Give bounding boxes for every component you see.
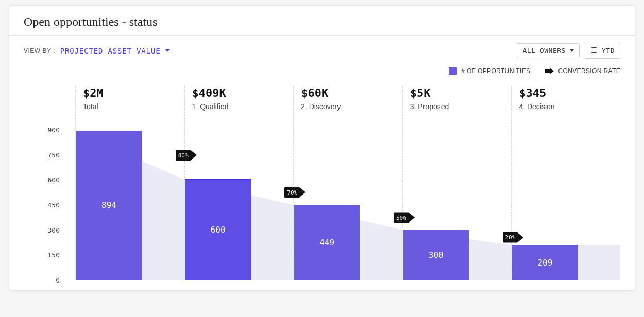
conversion-value: 50% bbox=[394, 212, 409, 223]
period-filter[interactable]: YTD bbox=[585, 43, 620, 59]
arrow-right-icon bbox=[191, 151, 197, 160]
conversion-value: 80% bbox=[176, 150, 191, 161]
stage-amount: $60K bbox=[301, 86, 402, 99]
stage-cell: 30020% bbox=[402, 130, 512, 280]
conversion-badge: 70% bbox=[284, 187, 306, 198]
conversion-badge: 20% bbox=[503, 232, 524, 243]
conversion-value: 70% bbox=[284, 187, 300, 198]
stage-divider bbox=[75, 86, 76, 280]
stage-name: 4. Decision bbox=[519, 102, 620, 111]
bar-value: 209 bbox=[537, 258, 552, 268]
stage-header: $5K3. Proposed bbox=[402, 86, 512, 111]
owners-filter[interactable]: ALL OWNERS bbox=[517, 43, 579, 58]
bar-value: 600 bbox=[211, 225, 226, 235]
y-tick: 150 bbox=[48, 251, 60, 259]
stage-header: $2MTotal bbox=[75, 86, 184, 111]
stage-header: $60K2. Discovery bbox=[293, 86, 402, 111]
legend-label: # OF OPPORTUNITIES bbox=[461, 67, 530, 75]
y-tick: 750 bbox=[48, 151, 60, 158]
stage-name: Total bbox=[83, 102, 184, 111]
svg-rect-4 bbox=[545, 69, 550, 73]
stage-divider bbox=[184, 86, 185, 280]
y-tick: 450 bbox=[48, 201, 60, 209]
calendar-icon bbox=[590, 46, 598, 55]
y-tick: 900 bbox=[48, 126, 60, 134]
y-tick: 300 bbox=[48, 226, 60, 234]
y-tick: 600 bbox=[48, 176, 60, 184]
svg-marker-5 bbox=[550, 68, 554, 74]
chevron-down-icon bbox=[165, 49, 170, 52]
opportunities-card: Open opportunities - status VIEW BY : PR… bbox=[9, 5, 635, 291]
stage-amount: $5K bbox=[410, 86, 512, 99]
period-filter-label: YTD bbox=[602, 47, 615, 55]
svg-rect-0 bbox=[591, 48, 597, 53]
viewby-select[interactable]: PROJECTED ASSET VALUE bbox=[60, 47, 170, 55]
bar-value: 300 bbox=[429, 250, 444, 260]
legend: # OF OPPORTUNITIES CONVERSION RATE bbox=[9, 59, 635, 75]
bar[interactable]: 300 bbox=[403, 230, 469, 280]
toolbar: VIEW BY : PROJECTED ASSET VALUE ALL OWNE… bbox=[9, 36, 635, 59]
funnel-chart: $2MTotal$409K1. Qualified$60K2. Discover… bbox=[24, 86, 620, 280]
conversion-badge: 80% bbox=[176, 150, 197, 161]
legend-swatch-icon bbox=[449, 67, 457, 75]
legend-item-opportunities: # OF OPPORTUNITIES bbox=[449, 67, 530, 75]
arrow-right-icon bbox=[409, 213, 415, 222]
viewby-value: PROJECTED ASSET VALUE bbox=[60, 47, 161, 55]
bar[interactable]: 209 bbox=[512, 245, 578, 280]
stage-amount: $345 bbox=[519, 86, 620, 99]
conversion-badge: 50% bbox=[394, 212, 415, 223]
stage-name: 1. Qualified bbox=[192, 102, 294, 111]
legend-item-conversion: CONVERSION RATE bbox=[545, 67, 620, 75]
arrow-right-icon bbox=[518, 233, 523, 242]
stage-divider bbox=[402, 86, 403, 280]
stage-amount: $2M bbox=[83, 86, 184, 99]
stage-cell: 89480% bbox=[75, 130, 184, 280]
y-axis: 0150300450600750900 bbox=[24, 130, 75, 280]
stage-header: $3454. Decision bbox=[511, 86, 620, 111]
arrow-right-icon bbox=[300, 188, 306, 197]
legend-label: CONVERSION RATE bbox=[558, 67, 620, 75]
stage-cell: 44950% bbox=[293, 130, 402, 280]
bar[interactable]: 894 bbox=[76, 131, 142, 280]
bar[interactable]: 449 bbox=[294, 205, 360, 280]
owners-filter-label: ALL OWNERS bbox=[522, 47, 565, 55]
bar-value: 449 bbox=[319, 238, 334, 248]
stage-name: 3. Proposed bbox=[410, 102, 512, 111]
y-tick: 0 bbox=[56, 276, 60, 284]
viewby-label: VIEW BY : bbox=[24, 47, 55, 55]
stage-cell: 209 bbox=[511, 130, 620, 280]
stage-divider bbox=[511, 86, 512, 280]
page-title: Open opportunities - status bbox=[9, 6, 635, 36]
conversion-value: 20% bbox=[503, 232, 518, 243]
stage-divider bbox=[293, 86, 294, 280]
stage-name: 2. Discovery bbox=[301, 102, 402, 111]
chevron-down-icon bbox=[570, 49, 574, 52]
stage-cell: 60070% bbox=[184, 130, 294, 280]
plot-area: 89480%60070%44950%30020%209 bbox=[75, 130, 620, 280]
stage-header: $409K1. Qualified bbox=[184, 86, 294, 111]
bar-value: 894 bbox=[101, 200, 116, 210]
bar[interactable]: 600 bbox=[185, 180, 251, 280]
stage-amount: $409K bbox=[192, 86, 294, 99]
arrow-right-icon bbox=[545, 67, 554, 75]
